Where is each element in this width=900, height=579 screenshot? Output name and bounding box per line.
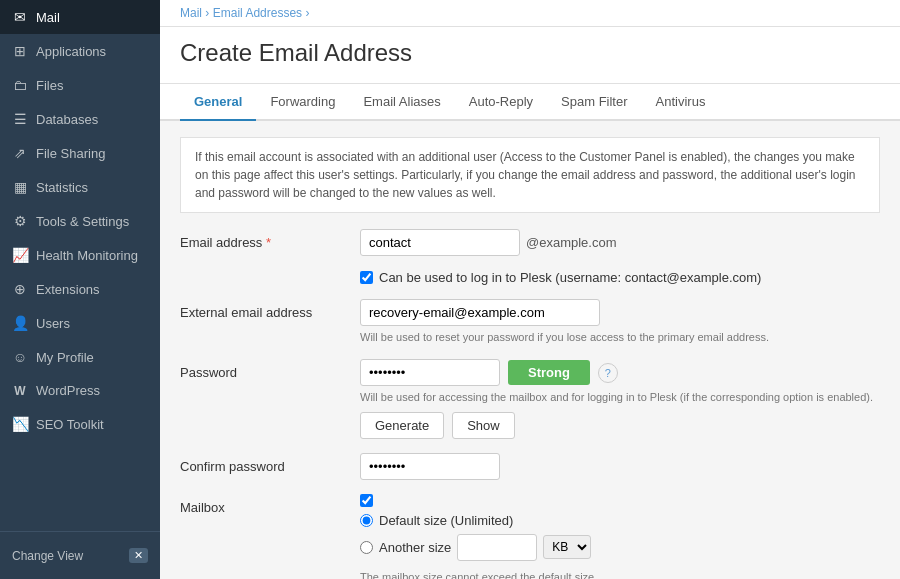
files-icon: 🗀 bbox=[12, 77, 28, 93]
password-label: Password bbox=[180, 359, 360, 380]
mailbox-another-radio-row: Another size KB MB GB bbox=[360, 534, 880, 561]
tab-spam-filter[interactable]: Spam Filter bbox=[547, 84, 641, 121]
email-input-row: @example.com bbox=[360, 229, 880, 256]
password-btn-row: Generate Show bbox=[360, 412, 880, 439]
sidebar-item-extensions[interactable]: ⊕ Extensions bbox=[0, 272, 160, 306]
mailbox-another-label[interactable]: Another size bbox=[379, 540, 451, 555]
sidebar-item-users[interactable]: 👤 Users bbox=[0, 306, 160, 340]
sidebar-item-label: My Profile bbox=[36, 350, 94, 365]
sidebar-item-label: Databases bbox=[36, 112, 98, 127]
mailbox-checkbox[interactable] bbox=[360, 494, 373, 507]
password-input-row: Strong ? bbox=[360, 359, 880, 386]
sidebar-item-label: File Sharing bbox=[36, 146, 105, 161]
sidebar-item-databases[interactable]: ☰ Databases bbox=[0, 102, 160, 136]
tab-email-aliases[interactable]: Email Aliases bbox=[349, 84, 454, 121]
applications-icon: ⊞ bbox=[12, 43, 28, 59]
breadcrumb: Mail › Email Addresses › bbox=[160, 0, 900, 27]
tab-general[interactable]: General bbox=[180, 84, 256, 121]
mailbox-label: Mailbox bbox=[180, 494, 360, 515]
sidebar-item-label: WordPress bbox=[36, 383, 100, 398]
confirm-password-row: Confirm password bbox=[180, 453, 880, 480]
breadcrumb-mail-link[interactable]: Mail bbox=[180, 6, 202, 20]
sidebar-item-label: Mail bbox=[36, 10, 60, 25]
external-email-label: External email address bbox=[180, 299, 360, 320]
tab-forwarding[interactable]: Forwarding bbox=[256, 84, 349, 121]
change-view-button[interactable]: Change View ✕ bbox=[0, 540, 160, 571]
external-email-row: External email address Will be used to r… bbox=[180, 299, 880, 345]
email-domain: @example.com bbox=[526, 235, 617, 250]
sidebar-item-label: Users bbox=[36, 316, 70, 331]
breadcrumb-email-addresses-link[interactable]: Email Addresses bbox=[213, 6, 302, 20]
confirm-password-input[interactable] bbox=[360, 453, 500, 480]
profile-icon: ☺ bbox=[12, 349, 28, 365]
show-button[interactable]: Show bbox=[452, 412, 515, 439]
external-email-input[interactable] bbox=[360, 299, 600, 326]
mail-icon: ✉ bbox=[12, 9, 28, 25]
mailbox-default-label[interactable]: Default size (Unlimited) bbox=[379, 513, 513, 528]
login-checkbox[interactable] bbox=[360, 271, 373, 284]
extensions-icon: ⊕ bbox=[12, 281, 28, 297]
breadcrumb-sep2: › bbox=[305, 6, 309, 20]
email-label: Email address * bbox=[180, 229, 360, 250]
tab-auto-reply[interactable]: Auto-Reply bbox=[455, 84, 547, 121]
sidebar-item-files[interactable]: 🗀 Files bbox=[0, 68, 160, 102]
change-view-label: Change View bbox=[12, 549, 83, 563]
mailbox-default-radio-row: Default size (Unlimited) bbox=[360, 513, 880, 528]
external-email-hint: Will be used to reset your password if y… bbox=[360, 330, 880, 345]
password-input[interactable] bbox=[360, 359, 500, 386]
sidebar-item-wordpress[interactable]: W WordPress bbox=[0, 374, 160, 407]
sidebar-item-mail[interactable]: ✉ Mail bbox=[0, 0, 160, 34]
mailbox-size-note: The mailbox size cannot exceed the defau… bbox=[360, 571, 880, 579]
password-help-button[interactable]: ? bbox=[598, 363, 618, 383]
mailbox-default-radio[interactable] bbox=[360, 514, 373, 527]
sidebar-item-label: Statistics bbox=[36, 180, 88, 195]
wordpress-icon: W bbox=[12, 384, 28, 398]
mailbox-size-unit-select[interactable]: KB MB GB bbox=[543, 535, 591, 559]
tabs: General Forwarding Email Aliases Auto-Re… bbox=[160, 84, 900, 121]
sidebar: ✉ Mail ⊞ Applications 🗀 Files ☰ Database… bbox=[0, 0, 160, 579]
sidebar-item-label: Health Monitoring bbox=[36, 248, 138, 263]
sidebar-item-tools-settings[interactable]: ⚙ Tools & Settings bbox=[0, 204, 160, 238]
sidebar-item-statistics[interactable]: ▦ Statistics bbox=[0, 170, 160, 204]
login-checkbox-label[interactable]: Can be used to log in to Plesk (username… bbox=[379, 270, 761, 285]
generate-button[interactable]: Generate bbox=[360, 412, 444, 439]
email-control: @example.com bbox=[360, 229, 880, 256]
health-icon: 📈 bbox=[12, 247, 28, 263]
sidebar-item-seo-toolkit[interactable]: 📉 SEO Toolkit bbox=[0, 407, 160, 441]
file-sharing-icon: ⇗ bbox=[12, 145, 28, 161]
sidebar-item-label: Extensions bbox=[36, 282, 100, 297]
page-header: Create Email Address bbox=[160, 27, 900, 84]
sidebar-item-my-profile[interactable]: ☺ My Profile bbox=[0, 340, 160, 374]
mailbox-row: Mailbox Default size (Unlimited) Another… bbox=[180, 494, 880, 579]
sidebar-item-health-monitoring[interactable]: 📈 Health Monitoring bbox=[0, 238, 160, 272]
sidebar-item-applications[interactable]: ⊞ Applications bbox=[0, 34, 160, 68]
password-strength-indicator: Strong bbox=[508, 360, 590, 385]
main-content: Mail › Email Addresses › Create Email Ad… bbox=[160, 0, 900, 579]
password-control: Strong ? Will be used for accessing the … bbox=[360, 359, 880, 438]
email-row: Email address * @example.com bbox=[180, 229, 880, 256]
sidebar-item-label: Tools & Settings bbox=[36, 214, 129, 229]
password-hint: Will be used for accessing the mailbox a… bbox=[360, 390, 880, 405]
sidebar-item-file-sharing[interactable]: ⇗ File Sharing bbox=[0, 136, 160, 170]
statistics-icon: ▦ bbox=[12, 179, 28, 195]
change-view-close[interactable]: ✕ bbox=[129, 548, 148, 563]
databases-icon: ☰ bbox=[12, 111, 28, 127]
sidebar-item-label: SEO Toolkit bbox=[36, 417, 104, 432]
confirm-password-label: Confirm password bbox=[180, 453, 360, 474]
mailbox-another-radio[interactable] bbox=[360, 541, 373, 554]
sidebar-item-label: Applications bbox=[36, 44, 106, 59]
breadcrumb-sep1: › bbox=[205, 6, 209, 20]
users-icon: 👤 bbox=[12, 315, 28, 331]
mailbox-size-input[interactable] bbox=[457, 534, 537, 561]
tools-icon: ⚙ bbox=[12, 213, 28, 229]
sidebar-item-label: Files bbox=[36, 78, 63, 93]
mailbox-control: Default size (Unlimited) Another size KB… bbox=[360, 494, 880, 579]
confirm-password-control bbox=[360, 453, 880, 480]
page-title: Create Email Address bbox=[180, 39, 880, 67]
email-input[interactable] bbox=[360, 229, 520, 256]
password-row: Password Strong ? Will be used for acces… bbox=[180, 359, 880, 438]
external-email-control: Will be used to reset your password if y… bbox=[360, 299, 880, 345]
form-area: If this email account is associated with… bbox=[160, 121, 900, 579]
tab-antivirus[interactable]: Antivirus bbox=[642, 84, 720, 121]
login-checkbox-row: Can be used to log in to Plesk (username… bbox=[180, 270, 880, 285]
